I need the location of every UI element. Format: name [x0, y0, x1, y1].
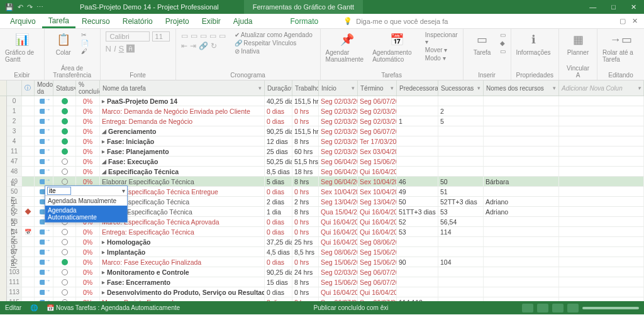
pred-cell[interactable]: 114,112: [397, 297, 438, 301]
inspect-button[interactable]: Inspecionar ▾: [425, 31, 458, 45]
font-name-select[interactable]: Calibri: [106, 31, 150, 41]
pct-cell[interactable]: 0%: [76, 267, 100, 277]
status-cell[interactable]: [53, 267, 76, 277]
mode-cell[interactable]: [35, 146, 53, 156]
status-cell[interactable]: [53, 247, 76, 257]
start-cell[interactable]: Seg 06/04/20: [319, 167, 358, 176]
duration-cell[interactable]: 37,25 dias: [265, 237, 292, 246]
status-cell[interactable]: [53, 257, 76, 267]
maximize-icon[interactable]: □: [604, 0, 623, 14]
pct-cell[interactable]: 0%: [76, 136, 100, 146]
finish-cell[interactable]: Sex 03/04/20: [358, 146, 397, 156]
succ-cell[interactable]: 50: [438, 177, 484, 186]
resource-cell[interactable]: [484, 167, 559, 176]
succ-cell[interactable]: [438, 237, 484, 246]
resource-cell[interactable]: [484, 187, 559, 196]
succ-cell[interactable]: [438, 247, 484, 257]
duration-cell[interactable]: 0 dias: [265, 217, 292, 226]
menu-ajuda[interactable]: Ajuda: [227, 14, 259, 28]
status-cell[interactable]: [53, 126, 76, 136]
schedule-auto-button[interactable]: 📅Agendamento Automático: [372, 31, 421, 63]
expand-icon[interactable]: ▸: [102, 279, 105, 285]
resource-cell[interactable]: [484, 146, 559, 156]
work-cell[interactable]: 0 hrs: [292, 217, 319, 226]
info-col-header[interactable]: ⓘ: [22, 80, 35, 96]
info-cell[interactable]: [22, 106, 35, 116]
pred-cell[interactable]: [397, 287, 438, 297]
duration-cell[interactable]: 0 dias: [265, 227, 292, 236]
info-cell[interactable]: [22, 267, 35, 277]
duration-cell[interactable]: 90,25 dias: [265, 267, 292, 277]
duration-cell[interactable]: 2 dias: [265, 197, 292, 206]
finish-cell[interactable]: Seg 06/07/20: [358, 126, 397, 136]
start-cell[interactable]: Seg 02/03/20: [319, 106, 358, 116]
work-cell[interactable]: 151,5 hrs: [292, 126, 319, 136]
finish-cell[interactable]: Qui 16/04/20: [358, 287, 397, 297]
start-cell[interactable]: Seg 06/04/20: [319, 157, 358, 166]
mode-cell[interactable]: [35, 157, 53, 166]
task-name-cell[interactable]: ▸Fase: Planejamento: [100, 146, 265, 156]
mode-cell[interactable]: [35, 287, 53, 297]
pred-cell[interactable]: [397, 247, 438, 257]
extra-cell[interactable]: [559, 136, 644, 146]
task-row[interactable]: 87 0% ▸Implantação 4,5 dias 8,5 hrs Seg …: [7, 247, 644, 257]
task-grid[interactable]: 0 0% ▸PaaS-Projeto Demo 14 40,25 dias 15…: [7, 96, 644, 301]
succ-cell[interactable]: [438, 157, 484, 166]
task-name-cell[interactable]: Elaborar Especificação Técnica: [100, 177, 265, 186]
info-cell[interactable]: [22, 287, 35, 297]
task-row[interactable]: 3 0% ◢Gerenciamento 90,25 dias 151,5 hrs…: [7, 126, 644, 136]
finish-cell[interactable]: Qui 16/04/20: [358, 227, 397, 236]
minimize-icon[interactable]: —: [582, 0, 604, 14]
finish-cell[interactable]: Seg 06/07/20: [358, 96, 397, 106]
pct-cell[interactable]: 0%: [76, 277, 100, 287]
menu-arquivo[interactable]: Arquivo: [4, 14, 42, 28]
finish-cell[interactable]: Seg 06/07/20: [358, 277, 397, 287]
extra-cell[interactable]: [559, 157, 644, 166]
finish-cell[interactable]: Seg 15/06/20: [358, 157, 397, 166]
row-number[interactable]: 50: [7, 187, 22, 196]
mode-cell[interactable]: [35, 116, 53, 126]
task-name-cell[interactable]: ▸Fase: Encerramento: [100, 277, 265, 287]
status-cell[interactable]: [53, 96, 76, 106]
pred-cell[interactable]: [397, 96, 438, 106]
task-row[interactable]: 2 0% Entrega: Demanda de Negócio 0 dias …: [7, 116, 644, 126]
mode-cell[interactable]: [35, 277, 53, 287]
succ-cell[interactable]: 5: [438, 116, 484, 126]
termino-col-header[interactable]: Término▾: [358, 80, 397, 96]
resource-cell[interactable]: [484, 96, 559, 106]
status-cell[interactable]: [53, 237, 76, 246]
underline-icon[interactable]: S: [119, 44, 125, 53]
task-row[interactable]: 47 0% ◢Fase: Execução 50,25 dias 51,5 hr…: [7, 157, 644, 167]
mode-filter-input[interactable]: [47, 187, 71, 195]
row-number[interactable]: 4: [7, 136, 22, 146]
finish-cell[interactable]: Qui 16/04/20: [358, 217, 397, 226]
mode-cell[interactable]: [35, 247, 53, 257]
name-col-header[interactable]: Nome da tarefa▾: [100, 80, 265, 96]
task-name-cell[interactable]: Marco: Demanda de Negócio Enviada pelo C…: [100, 106, 265, 116]
quick-access[interactable]: 💾↶↷⋯: [0, 3, 48, 11]
format-painter-icon[interactable]: 🖌: [81, 48, 89, 55]
trab-col-header[interactable]: Trabalho▾: [292, 80, 319, 96]
task-row[interactable]: 115 0% Marco: Projeto Encerrado 0 dias 0…: [7, 297, 644, 301]
info-cell[interactable]: [22, 207, 35, 216]
extra-cell[interactable]: [559, 197, 644, 206]
succ-cell[interactable]: 114: [438, 227, 484, 236]
pred-cell[interactable]: 52: [397, 217, 438, 226]
close-icon[interactable]: ✕: [623, 0, 644, 14]
tell-me-search[interactable]: 💡Diga-me o que você deseja fa: [343, 17, 448, 25]
row-number[interactable]: 113: [7, 287, 22, 297]
pct-cell[interactable]: 0%: [76, 106, 100, 116]
start-cell[interactable]: Seg 06/04/20: [319, 177, 358, 186]
status-cell[interactable]: [53, 157, 76, 166]
extra-cell[interactable]: [559, 247, 644, 257]
pred-cell[interactable]: [397, 167, 438, 176]
pct-cell[interactable]: 0%: [76, 227, 100, 236]
update-schedule-button[interactable]: ✔ Atualizar como Agendado: [235, 31, 313, 38]
work-cell[interactable]: 151,5 hrs: [292, 96, 319, 106]
finish-cell[interactable]: Seg 08/06/20: [358, 237, 397, 246]
succ-cell[interactable]: 2: [438, 106, 484, 116]
info-cell[interactable]: [22, 167, 35, 176]
row-number[interactable]: 11: [7, 146, 22, 156]
resource-cell[interactable]: [484, 116, 559, 126]
succ-cell[interactable]: 52TT+3 dias: [438, 197, 484, 206]
